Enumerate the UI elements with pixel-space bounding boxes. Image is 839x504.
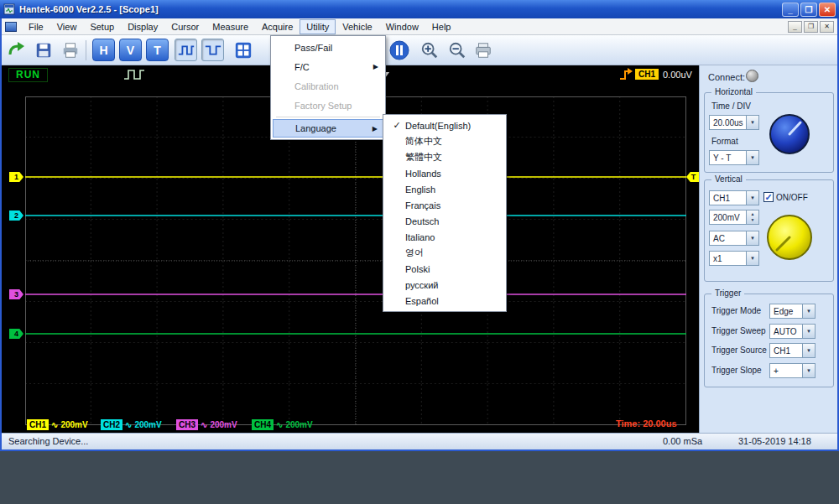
language-item-francais[interactable]: Français [385, 197, 504, 213]
trigger-mode-select[interactable]: Edge ▼ [769, 304, 816, 319]
menu-view[interactable]: View [50, 19, 84, 34]
menu-separator [276, 117, 380, 117]
chevron-down-icon[interactable]: ▼ [802, 304, 815, 318]
waveform-mode-2-button[interactable] [201, 39, 224, 61]
menu-item-factory-setup[interactable]: Factory Setup [273, 96, 383, 115]
export-button[interactable] [472, 39, 494, 61]
check-icon: ✓ [388, 120, 405, 131]
chevron-down-icon[interactable]: ▼ [746, 252, 758, 265]
chevron-down-icon[interactable]: ▼ [746, 116, 758, 129]
connect-indicator[interactable] [746, 70, 758, 82]
pause-button[interactable] [388, 39, 410, 61]
coupling-select[interactable]: AC ▼ [709, 231, 759, 246]
language-item-deutsch[interactable]: Deutsch [385, 213, 504, 229]
statusbar: Searching Device... 0.00 mSa 31-05-2019 … [2, 433, 837, 449]
menu-cursor[interactable]: Cursor [164, 19, 206, 34]
menu-measure[interactable]: Measure [206, 19, 255, 34]
language-item-polski[interactable]: Polski [385, 261, 504, 277]
zoom-in-button[interactable] [418, 39, 440, 61]
time-div-label: Time / DIV [711, 101, 751, 111]
close-button[interactable]: ✕ [819, 3, 836, 17]
ch1-scale: 200mV [60, 420, 87, 429]
maximize-button[interactable]: ❐ [800, 3, 817, 17]
chevron-down-icon[interactable]: ▼ [746, 231, 758, 245]
language-item-simplified-chinese[interactable]: 简体中文 [385, 133, 504, 149]
horizontal-group-title: Horizontal [711, 87, 756, 96]
channel-onoff-checkbox[interactable]: ✓ ON/OFF [763, 192, 808, 202]
menu-window[interactable]: Window [379, 19, 425, 34]
minimize-button[interactable]: _ [782, 3, 799, 17]
menu-utility[interactable]: Utility [300, 19, 336, 34]
ch1-level-marker[interactable]: 1 [9, 172, 23, 182]
ch3-level-marker[interactable]: 3 [9, 289, 23, 299]
chevron-down-icon[interactable]: ▼ [746, 151, 758, 164]
horizontal-knob[interactable] [769, 113, 810, 155]
ch3-scale: 200mV [210, 420, 237, 429]
submenu-arrow-icon: ▶ [373, 125, 378, 132]
trigger-panel-button[interactable]: T [146, 39, 169, 61]
chevron-down-icon[interactable]: ▼ [802, 325, 815, 338]
open-button[interactable] [5, 39, 28, 61]
menu-item-language[interactable]: Language ▶ [273, 119, 383, 138]
square-wave-2-icon [204, 43, 222, 58]
multi-grid-button[interactable] [232, 39, 254, 61]
grid-icon [234, 41, 253, 60]
probe-select[interactable]: x1 ▼ [709, 251, 759, 266]
language-item-espanol[interactable]: Español [385, 293, 504, 309]
ch4-coupling: ∿ [276, 420, 283, 429]
zoom-in-icon [420, 41, 439, 60]
chevron-down-icon[interactable]: ▼ [746, 191, 758, 205]
menu-item-fc[interactable]: F/C ▶ [273, 57, 383, 76]
window-controls: _ ❐ ✕ [782, 3, 836, 17]
vertical-knob[interactable] [766, 214, 813, 261]
ch4-readout: CH4 ∿ 200mV [252, 418, 313, 430]
graticule [25, 96, 686, 425]
language-item-traditional-chinese[interactable]: 繁體中文 [385, 149, 504, 165]
ch4-scale: 200mV [285, 420, 312, 429]
zoom-out-button[interactable] [446, 39, 468, 61]
trigger-source-select[interactable]: CH1 ▼ [769, 343, 816, 358]
chevron-down-icon[interactable]: ▼ [802, 344, 815, 357]
menu-item-calibration[interactable]: Calibration [273, 76, 383, 96]
ch3-readout: CH3 ∿ 200mV [176, 418, 237, 430]
time-div-select[interactable]: 20.00us ▼ [709, 115, 759, 130]
menu-help[interactable]: Help [425, 19, 458, 34]
menu-vehicle[interactable]: Vehicle [336, 19, 378, 34]
format-select[interactable]: Y - T ▼ [709, 150, 759, 165]
volt-scale-stepper[interactable]: 200mV ▲ ▼ [709, 210, 759, 225]
menu-acquire[interactable]: Acquire [255, 19, 300, 34]
menu-file[interactable]: File [22, 19, 50, 34]
window-frame [0, 18, 2, 451]
waveform-mode-button[interactable] [175, 39, 197, 61]
vertical-group-title: Vertical [711, 174, 746, 184]
mdi-restore-button[interactable]: ❐ [804, 21, 818, 33]
trigger-slope-label: Trigger Slope [711, 366, 762, 375]
ch2-level-marker[interactable]: 2 [9, 210, 23, 221]
language-item-italiano[interactable]: Italiano [385, 229, 504, 245]
trigger-sweep-select[interactable]: AUTO ▼ [769, 324, 816, 339]
language-item-korean[interactable]: 영어 [385, 245, 504, 261]
language-item-default[interactable]: ✓ Default(English) [385, 117, 504, 133]
save-button[interactable] [32, 39, 55, 61]
ch4-level-marker[interactable]: 4 [9, 329, 23, 339]
language-item-english[interactable]: English [385, 181, 504, 197]
horizontal-panel-button[interactable]: H [92, 39, 115, 61]
trigger-slope-select[interactable]: + ▼ [769, 363, 816, 378]
menu-item-pass-fail[interactable]: Pass/Fail [273, 38, 383, 57]
language-item-hollands[interactable]: Hollands [385, 165, 504, 181]
language-item-russian[interactable]: русский [385, 277, 504, 293]
vertical-panel-button[interactable]: V [119, 39, 142, 61]
chevron-down-icon[interactable]: ▼ [802, 364, 815, 377]
spinner-arrows-icon[interactable]: ▲ ▼ [746, 210, 758, 224]
print-icon [61, 41, 80, 60]
channel-select[interactable]: CH1 ▼ [709, 190, 759, 205]
menu-setup[interactable]: Setup [83, 19, 121, 34]
utility-menu: Pass/Fail F/C ▶ Calibration Factory Setu… [270, 35, 386, 140]
mdi-close-button[interactable]: ✕ [820, 21, 834, 33]
print-button[interactable] [59, 39, 81, 61]
ch3-coupling: ∿ [201, 420, 207, 429]
menu-display[interactable]: Display [121, 19, 164, 34]
mdi-minimize-button[interactable]: _ [788, 21, 802, 33]
trigger-source-label: Trigger Source [711, 346, 767, 355]
wave-status-icon [123, 69, 145, 81]
